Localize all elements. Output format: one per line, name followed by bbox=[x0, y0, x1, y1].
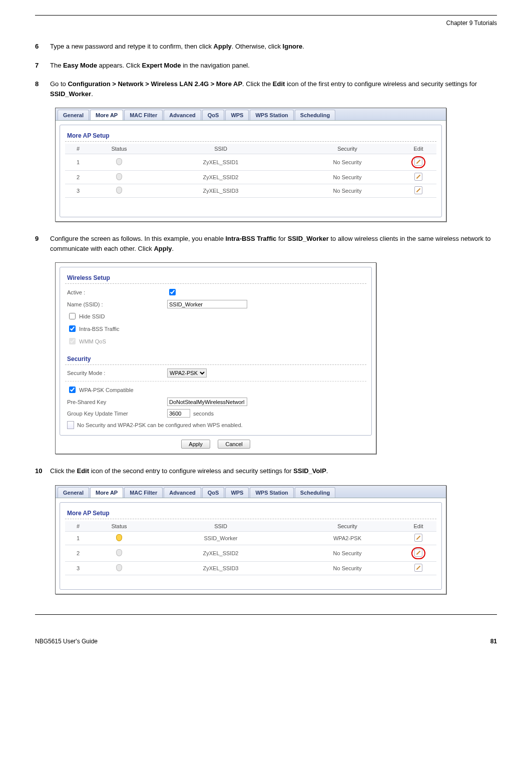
tab-wps[interactable]: WPS bbox=[225, 487, 249, 498]
edit-icon[interactable] bbox=[414, 534, 422, 542]
edit-icon[interactable] bbox=[414, 186, 422, 194]
tab-general[interactable]: General bbox=[58, 487, 89, 498]
cell-ssid: ZyXEL_SSID2 bbox=[147, 171, 294, 184]
bold: SSID_VoIP bbox=[293, 467, 326, 475]
cell-security: No Security bbox=[294, 154, 400, 171]
tab-wps-station[interactable]: WPS Station bbox=[250, 487, 293, 498]
tab-wps[interactable]: WPS bbox=[225, 110, 249, 120]
text: Configure the screen as follows. In this… bbox=[50, 235, 225, 242]
text: . Otherwise, click bbox=[232, 43, 283, 50]
cell-num: 3 bbox=[65, 184, 91, 198]
step-text: Configure the screen as follows. In this… bbox=[50, 234, 497, 253]
wpa-psk-compat-checkbox[interactable] bbox=[69, 387, 76, 393]
hide-ssid-label: Hide SSID bbox=[79, 313, 105, 319]
bold: Apply bbox=[214, 43, 232, 50]
screenshot-more-ap-2: General More AP MAC Filter Advanced QoS … bbox=[55, 485, 446, 594]
step-text: Type a new password and retype it to con… bbox=[50, 42, 497, 52]
tab-scheduling[interactable]: Scheduling bbox=[295, 110, 335, 120]
edit-icon[interactable] bbox=[414, 549, 422, 557]
tab-qos[interactable]: QoS bbox=[202, 110, 225, 120]
step-number: 7 bbox=[35, 61, 50, 71]
note-icon bbox=[67, 421, 74, 429]
psk-label: Pre-Shared Key bbox=[67, 399, 167, 405]
section-title-security: Security bbox=[65, 352, 366, 365]
edit-highlight bbox=[411, 547, 425, 559]
cancel-button[interactable]: Cancel bbox=[218, 440, 250, 449]
bold: SSID_Worker bbox=[50, 90, 91, 98]
footer-guide: NBG5615 User's Guide bbox=[35, 638, 98, 645]
text: . bbox=[91, 90, 93, 98]
wmm-label: WMM QoS bbox=[79, 338, 106, 344]
bold: Expert Mode bbox=[142, 62, 181, 69]
psk-input[interactable] bbox=[167, 398, 247, 406]
cell-ssid: ZyXEL_SSID3 bbox=[147, 561, 294, 575]
name-ssid-label: Name (SSID) : bbox=[67, 301, 167, 307]
tab-qos[interactable]: QoS bbox=[202, 487, 225, 498]
step-number: 10 bbox=[35, 466, 50, 476]
step-text: Go to Configuration > Network > Wireless… bbox=[50, 79, 497, 99]
name-ssid-input[interactable] bbox=[167, 300, 247, 308]
status-bulb-icon bbox=[116, 534, 122, 541]
tab-more-ap[interactable]: More AP bbox=[90, 110, 123, 120]
col-security: Security bbox=[294, 144, 400, 154]
screenshot-more-ap-1: General More AP MAC Filter Advanced QoS … bbox=[55, 108, 446, 222]
tab-advanced[interactable]: Advanced bbox=[164, 487, 201, 498]
bold: Easy Mode bbox=[63, 62, 97, 69]
step-number: 9 bbox=[35, 234, 50, 253]
active-checkbox[interactable] bbox=[169, 289, 176, 295]
cell-num: 3 bbox=[65, 561, 91, 575]
cell-num: 2 bbox=[65, 545, 91, 561]
text: for bbox=[276, 235, 287, 242]
step-text: Click the Edit icon of the second entry … bbox=[50, 466, 497, 476]
tab-advanced[interactable]: Advanced bbox=[164, 110, 201, 120]
group-key-unit: seconds bbox=[193, 411, 214, 417]
edit-icon[interactable] bbox=[414, 564, 422, 572]
tab-more-ap[interactable]: More AP bbox=[90, 487, 123, 498]
step-8: 8 Go to Configuration > Network > Wirele… bbox=[35, 79, 497, 99]
active-label: Active : bbox=[67, 289, 167, 295]
edit-highlight bbox=[411, 156, 425, 168]
note-text: No Security and WPA2-PSK can be configur… bbox=[77, 422, 243, 428]
cell-security: WPA2-PSK bbox=[294, 531, 400, 545]
edit-icon[interactable] bbox=[414, 173, 422, 181]
group-key-input[interactable] bbox=[167, 409, 190, 418]
tab-general[interactable]: General bbox=[58, 110, 89, 120]
security-mode-select[interactable]: WPA2-PSK bbox=[167, 368, 207, 377]
text: The bbox=[50, 62, 63, 69]
step-number: 8 bbox=[35, 79, 50, 99]
text: . Click the bbox=[242, 80, 273, 88]
section-title: More AP Setup bbox=[65, 129, 436, 142]
text: Go to bbox=[50, 80, 68, 88]
tab-mac-filter[interactable]: MAC Filter bbox=[124, 110, 163, 120]
status-bulb-icon bbox=[116, 173, 122, 180]
col-edit: Edit bbox=[400, 144, 436, 154]
edit-icon[interactable] bbox=[414, 158, 422, 166]
tab-scheduling[interactable]: Scheduling bbox=[295, 487, 335, 498]
col-edit: Edit bbox=[400, 521, 436, 532]
status-bulb-icon bbox=[116, 564, 122, 571]
text: appears. Click bbox=[97, 62, 142, 69]
bold: Edit bbox=[77, 467, 89, 475]
intra-bss-label: Intra-BSS Traffic bbox=[79, 326, 120, 332]
col-status: Status bbox=[91, 144, 147, 154]
cell-ssid: ZyXEL_SSID3 bbox=[147, 184, 294, 198]
section-title: More AP Setup bbox=[65, 507, 436, 519]
apply-button[interactable]: Apply bbox=[181, 440, 210, 449]
bold: Ignore bbox=[283, 43, 303, 50]
chapter-header: Chapter 9 Tutorials bbox=[35, 20, 497, 27]
col-ssid: SSID bbox=[147, 521, 294, 532]
cell-security: No Security bbox=[294, 561, 400, 575]
hide-ssid-checkbox[interactable] bbox=[69, 313, 76, 319]
intra-bss-checkbox[interactable] bbox=[69, 325, 76, 332]
cell-security: No Security bbox=[294, 171, 400, 184]
col-security: Security bbox=[294, 521, 400, 532]
col-num: # bbox=[65, 144, 91, 154]
cell-security: No Security bbox=[294, 184, 400, 198]
tab-wps-station[interactable]: WPS Station bbox=[250, 110, 293, 120]
col-status: Status bbox=[91, 521, 147, 532]
table-row: 2 ZyXEL_SSID2 No Security bbox=[65, 171, 436, 184]
bold: SSID_Worker bbox=[288, 235, 329, 242]
cell-ssid: SSID_Worker bbox=[147, 531, 294, 545]
tab-mac-filter[interactable]: MAC Filter bbox=[124, 487, 163, 498]
table-row: 3 ZyXEL_SSID3 No Security bbox=[65, 184, 436, 198]
